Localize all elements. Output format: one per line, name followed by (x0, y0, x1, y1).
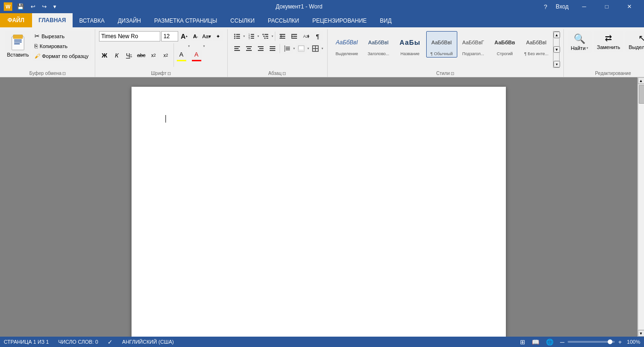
style-выделение[interactable]: АаБбВвI Выделение (331, 31, 363, 58)
font-color-button[interactable]: A (191, 50, 202, 60)
borders-button[interactable] (310, 43, 321, 54)
tab-references[interactable]: ССЫЛКИ (224, 14, 261, 27)
underline-button[interactable]: Ч▾ (124, 50, 135, 60)
align-left-button[interactable] (231, 43, 243, 54)
help-button[interactable]: ? (540, 2, 551, 11)
font-expander-icon[interactable]: ⊡ (167, 71, 171, 76)
signin-button[interactable]: Вход (552, 2, 572, 11)
line-spacing-dropdown[interactable]: ▾ (293, 47, 295, 50)
clipboard-expander-icon[interactable]: ⊡ (62, 71, 66, 76)
document-area[interactable] (0, 77, 637, 337)
style-без-инте[interactable]: АаБбВвI ¶ Без инте... (521, 31, 552, 58)
tab-insert[interactable]: ВСТАВКА (73, 14, 111, 27)
font-color-dropdown[interactable]: ▾ (203, 44, 205, 48)
styles-expander-icon[interactable]: ⊡ (451, 71, 454, 76)
svg-rect-25 (280, 34, 285, 35)
zoom-track[interactable] (568, 341, 615, 343)
font-shrink-button[interactable]: A- (190, 31, 201, 41)
shading-button[interactable] (296, 43, 307, 54)
svg-rect-21 (265, 36, 268, 37)
cut-button[interactable]: ✂ Вырезать (32, 31, 91, 41)
scroll-thumb[interactable] (639, 85, 644, 104)
paragraph-expander-icon[interactable]: ⊡ (282, 71, 286, 76)
page-count[interactable]: СТРАНИЦА 1 ИЗ 1 (4, 339, 49, 345)
numbering-dropdown[interactable]: ▾ (257, 34, 259, 38)
decrease-indent-button[interactable] (277, 31, 288, 41)
close-button[interactable]: ✕ (619, 0, 640, 13)
tab-mailings[interactable]: РАССЫЛКИ (261, 14, 305, 27)
increase-indent-button[interactable] (289, 31, 300, 41)
read-mode-button[interactable]: 📖 (530, 339, 541, 346)
paste-button[interactable]: Вставить (5, 31, 31, 60)
spelling-icon[interactable]: ✓ (107, 339, 113, 346)
borders-dropdown[interactable]: ▾ (322, 47, 323, 50)
bold-button[interactable]: Ж (99, 50, 110, 60)
format-painter-button[interactable]: 🖌 Формат по образцу (32, 51, 91, 61)
quick-more-button[interactable]: ▾ (51, 2, 58, 11)
restore-button[interactable]: □ (596, 0, 618, 13)
find-button[interactable]: 🔍 Найти ▾ (568, 31, 592, 53)
styles-more[interactable]: ▾ (553, 61, 560, 67)
copy-button[interactable]: ⎘ Копировать (32, 41, 91, 51)
word-count[interactable]: ЧИСЛО СЛОВ: 0 (58, 339, 99, 345)
quick-redo-button[interactable]: ↪ (40, 2, 49, 11)
print-layout-button[interactable]: ⊞ (519, 339, 527, 346)
font-group-label: Шрифт ⊡ (98, 70, 224, 77)
styles-scroll-down[interactable]: ▼ (553, 46, 560, 53)
tab-layout[interactable]: РАЗМЕТКА СТРАНИЦЫ (148, 14, 224, 27)
zoom-in-button[interactable]: + (617, 339, 623, 346)
style-заголово[interactable]: АаБбВвI Заголово... (363, 31, 394, 58)
tab-home[interactable]: ГЛАВНАЯ (32, 13, 73, 27)
style-строгий[interactable]: АаБбВв Строгий (489, 31, 520, 58)
numbering-button[interactable]: 1.2.3. (246, 31, 257, 41)
tab-view[interactable]: ВИД (373, 14, 398, 27)
scroll-down-arrow[interactable]: ▼ (638, 330, 644, 337)
svg-rect-40 (247, 48, 251, 49)
highlight-dropdown[interactable]: ▾ (188, 44, 190, 48)
select-button[interactable]: ↖ Выделить ▾ (625, 31, 644, 52)
zoom-out-button[interactable]: ─ (559, 339, 566, 346)
shading-dropdown[interactable]: ▾ (307, 47, 309, 50)
style-подзагол[interactable]: АаБбВвГ Подзагол... (458, 31, 489, 58)
line-spacing-button[interactable] (281, 43, 293, 54)
subscript-button[interactable]: x2 (148, 50, 159, 60)
font-size-input[interactable]: 12 (161, 31, 178, 41)
tab-review[interactable]: РЕЦЕНЗИРОВАНИЕ (305, 14, 373, 27)
font-name-input[interactable]: Times New Ro (99, 31, 160, 41)
superscript-button[interactable]: x2 (160, 50, 172, 60)
minimize-button[interactable]: ─ (573, 0, 595, 13)
sort-button[interactable]: AZ (300, 31, 312, 41)
align-center-button[interactable] (243, 43, 255, 54)
multilevel-button[interactable] (260, 31, 271, 41)
scroll-up-arrow[interactable]: ▲ (638, 77, 644, 84)
clear-formatting-button[interactable]: ✦ (213, 31, 223, 41)
font-grow-button[interactable]: A+ (179, 31, 190, 41)
bullets-button[interactable] (231, 31, 243, 41)
highlight-button[interactable]: A (176, 50, 187, 60)
bullets-dropdown[interactable]: ▾ (243, 34, 245, 38)
tab-file[interactable]: ФАЙЛ (0, 13, 32, 27)
tab-design[interactable]: ДИЗАЙН (111, 14, 148, 27)
scissors-icon: ✂ (34, 33, 40, 40)
style-название[interactable]: АаБы Название (395, 31, 426, 58)
align-right-button[interactable] (255, 43, 266, 54)
replace-button[interactable]: ⇄ Заменить (594, 31, 623, 52)
change-case-button[interactable]: Aa▾ (202, 31, 212, 41)
multilevel-dropdown[interactable]: ▾ (272, 34, 273, 38)
justify-button[interactable] (267, 43, 278, 54)
web-layout-button[interactable]: 🌐 (545, 339, 555, 346)
style-обычный[interactable]: АаБбВвI ¶ Обычный (426, 31, 457, 58)
zoom-percent[interactable]: 100% (627, 339, 640, 345)
quick-save-button[interactable]: 💾 (15, 2, 26, 11)
italic-button[interactable]: К (111, 50, 123, 60)
svg-point-22 (264, 38, 265, 39)
language[interactable]: АНГЛИЙСКИЙ (США) (122, 339, 174, 345)
styles-scroll-up[interactable]: ▲ (553, 32, 560, 38)
document-page[interactable] (132, 87, 506, 337)
zoom-thumb[interactable] (608, 339, 612, 344)
style-заголово-preview: АаБбВвI (368, 33, 388, 51)
quick-undo-button[interactable]: ↩ (29, 2, 37, 11)
strikethrough-button[interactable]: abc (136, 50, 147, 60)
scroll-track[interactable] (638, 84, 644, 330)
show-marks-button[interactable]: ¶ (312, 31, 323, 41)
